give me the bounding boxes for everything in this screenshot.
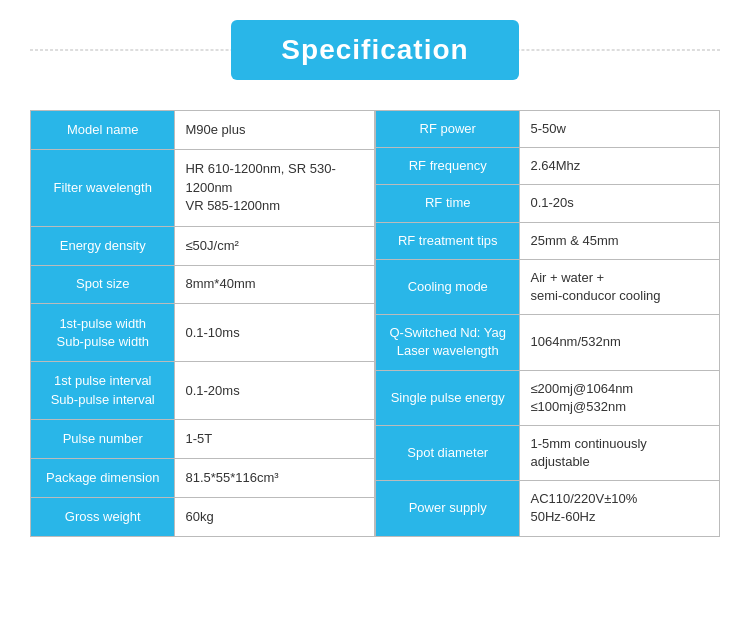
spec-value: AC110/220V±10%50Hz-60Hz (520, 481, 720, 536)
spec-label: Spot size (31, 265, 175, 304)
spec-value: 1064nm/532nm (520, 315, 720, 370)
spec-label: Gross weight (31, 497, 175, 536)
spec-value: ≤200mj@1064nm≤100mj@532nm (520, 370, 720, 425)
spec-label: Pulse number (31, 420, 175, 459)
spec-table-wrapper: Model nameM90e plusFilter wavelengthHR 6… (30, 110, 720, 537)
spec-label: Power supply (376, 481, 520, 536)
spec-value: 0.1-20ms (175, 362, 375, 420)
right-spec-table: RF power5-50wRF frequency2.64MhzRF time0… (375, 110, 720, 537)
spec-value: 8mm*40mm (175, 265, 375, 304)
spec-label: RF treatment tips (376, 222, 520, 259)
spec-value: 0.1-20s (520, 185, 720, 222)
spec-label: Model name (31, 111, 175, 150)
spec-label: RF frequency (376, 148, 520, 185)
spec-label: 1st pulse intervalSub-pulse interval (31, 362, 175, 420)
spec-value: 81.5*55*116cm³ (175, 458, 375, 497)
spec-value: 2.64Mhz (520, 148, 720, 185)
spec-value: HR 610-1200nm, SR 530-1200nmVR 585-1200n… (175, 149, 375, 226)
spec-label: Filter wavelength (31, 149, 175, 226)
spec-label: Spot diameter (376, 425, 520, 480)
spec-value: M90e plus (175, 111, 375, 150)
spec-value: 1-5T (175, 420, 375, 459)
header-section: Specification (30, 20, 720, 80)
page-wrapper: Specification Model nameM90e plusFilter … (0, 0, 750, 567)
spec-value: Air + water +semi-conducor cooling (520, 259, 720, 314)
spec-value: 0.1-10ms (175, 304, 375, 362)
spec-value: 25mm & 45mm (520, 222, 720, 259)
spec-value: 60kg (175, 497, 375, 536)
spec-value: 1-5mm continuouslyadjustable (520, 425, 720, 480)
spec-label: RF time (376, 185, 520, 222)
spec-label: RF power (376, 111, 520, 148)
spec-label: Q-Switched Nd: YagLaser wavelength (376, 315, 520, 370)
spec-value: 5-50w (520, 111, 720, 148)
spec-label: Package dimension (31, 458, 175, 497)
spec-value: ≤50J/cm² (175, 226, 375, 265)
left-spec-table: Model nameM90e plusFilter wavelengthHR 6… (30, 110, 375, 537)
spec-label: Single pulse energy (376, 370, 520, 425)
title-badge: Specification (231, 20, 518, 80)
spec-label: 1st-pulse widthSub-pulse width (31, 304, 175, 362)
spec-label: Energy density (31, 226, 175, 265)
spec-label: Cooling mode (376, 259, 520, 314)
